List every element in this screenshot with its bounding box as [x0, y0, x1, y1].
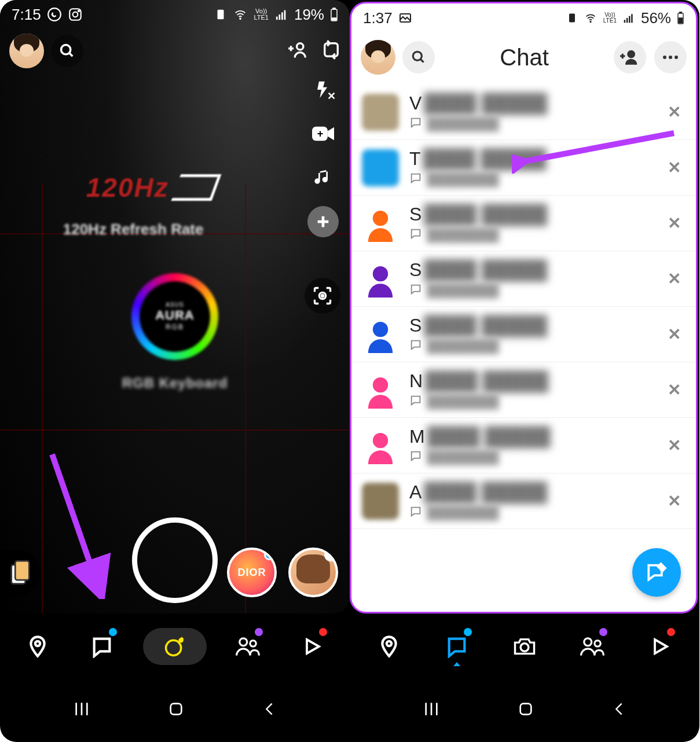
nav-chat[interactable] [434, 623, 480, 670]
add-friend-button[interactable] [288, 41, 309, 61]
dismiss-button[interactable]: ✕ [662, 156, 686, 179]
svg-point-46 [413, 52, 422, 60]
svg-point-30 [250, 641, 256, 647]
chat-subtitle-redacted: ████████ [427, 227, 499, 243]
svg-rect-66 [521, 704, 532, 715]
lens-dior[interactable]: DIOR [227, 548, 277, 597]
camera-subject-hz: 120Hz [86, 172, 169, 203]
chat-avatar [362, 94, 399, 131]
dismiss-button[interactable]: ✕ [662, 379, 686, 402]
profile-bitmoji[interactable] [361, 40, 395, 75]
dismiss-button[interactable]: ✕ [662, 490, 686, 513]
chat-name-redacted: ████ █████ [424, 482, 547, 503]
status-bar: 7:15 Vo))LTE1 19% [0, 0, 350, 29]
notification-dot [109, 628, 117, 636]
svg-point-56 [373, 321, 388, 336]
nav-map[interactable] [14, 623, 61, 670]
dismiss-button[interactable]: ✕ [662, 212, 686, 235]
notification-dot [255, 628, 263, 636]
chat-name-initial: V [409, 93, 422, 114]
more-tools-button[interactable] [307, 206, 339, 237]
android-recents[interactable] [72, 700, 91, 721]
profile-bitmoji[interactable] [9, 34, 44, 68]
wifi-icon [584, 12, 598, 24]
shutter-button[interactable] [132, 517, 218, 603]
chat-name-initial: T [409, 148, 421, 170]
svg-point-0 [48, 8, 61, 21]
battery-icon [677, 12, 684, 24]
chat-row[interactable]: T████ █████ ████████ ✕ [351, 140, 696, 196]
nav-camera[interactable] [501, 623, 548, 670]
dismiss-button[interactable]: ✕ [662, 267, 686, 291]
svg-point-62 [595, 641, 600, 647]
chat-subtitle-redacted: ████████ [427, 339, 499, 354]
svg-point-58 [373, 432, 388, 447]
svg-point-54 [373, 210, 388, 225]
chat-row[interactable]: S████ █████ ████████ ✕ [351, 196, 696, 251]
chat-name-initial: A [409, 482, 422, 503]
chat-row[interactable]: S████ █████ ████████ ✕ [351, 251, 696, 307]
volte-icon: Vo))LTE1 [603, 12, 617, 24]
dismiss-button[interactable]: ✕ [662, 323, 686, 346]
notification-dot [667, 628, 675, 636]
svg-rect-39 [624, 20, 626, 23]
music-button[interactable] [307, 162, 339, 193]
add-friend-button[interactable] [614, 41, 646, 74]
svg-point-48 [628, 51, 635, 57]
screenshot-icon [398, 11, 412, 25]
status-time: 7:15 [12, 6, 41, 24]
nav-map[interactable] [366, 623, 412, 670]
nav-spotlight[interactable] [289, 623, 335, 670]
signal-icon [274, 8, 288, 21]
chat-name-initial: M [409, 426, 425, 447]
chat-status-icon [409, 450, 422, 465]
search-button[interactable] [51, 35, 83, 67]
lens-cartoon[interactable]: ✦ [288, 548, 338, 597]
dismiss-button[interactable]: ✕ [662, 434, 686, 457]
nav-friends[interactable] [225, 623, 271, 670]
chat-status-icon [409, 283, 422, 298]
chat-row[interactable]: M████ █████ ████████ ✕ [351, 418, 696, 473]
volte-icon: Vo))LTE1 [254, 8, 268, 21]
svg-point-28 [179, 639, 182, 642]
svg-point-53 [675, 56, 678, 59]
svg-rect-44 [680, 12, 682, 13]
nav-spotlight[interactable] [637, 623, 683, 670]
more-button[interactable] [654, 41, 687, 74]
chat-name-initial: S [409, 259, 422, 281]
scan-button[interactable] [305, 278, 340, 314]
svg-point-13 [61, 45, 71, 54]
whatsapp-icon [47, 7, 62, 22]
android-back[interactable] [611, 701, 627, 719]
nav-camera[interactable] [143, 628, 207, 665]
chat-row[interactable]: N████ █████ ████████ ✕ [351, 362, 696, 418]
chat-list[interactable]: V████ █████ ████████ ✕ T████ █████ █████… [351, 85, 696, 612]
svg-point-15 [297, 43, 303, 50]
chat-subtitle-redacted: ████████ [427, 450, 499, 465]
chat-row[interactable]: V████ █████ ████████ ✕ [351, 85, 696, 140]
chat-subtitle-redacted: ████████ [427, 116, 499, 131]
nav-friends[interactable] [569, 623, 615, 670]
chat-status-icon [409, 394, 422, 409]
flip-camera-button[interactable] [322, 39, 340, 63]
svg-rect-7 [278, 14, 280, 20]
search-button[interactable] [402, 41, 435, 74]
instagram-icon [68, 7, 83, 22]
chat-row[interactable]: S████ █████ ████████ ✕ [351, 307, 696, 362]
dismiss-button[interactable]: ✕ [662, 101, 686, 124]
svg-rect-45 [679, 18, 682, 23]
video-plus-button[interactable]: + [307, 118, 339, 149]
chat-subtitle-redacted: ████████ [427, 394, 499, 409]
status-battery: 56% [641, 9, 671, 27]
new-chat-fab[interactable] [632, 548, 681, 597]
android-home[interactable] [167, 700, 185, 721]
svg-rect-40 [626, 18, 628, 23]
android-home[interactable] [516, 700, 535, 721]
android-back[interactable] [261, 701, 277, 719]
camera-subject-aura-ring: ASUS AURA RGB [131, 273, 218, 360]
android-recents[interactable] [422, 700, 441, 721]
nav-chat[interactable] [79, 623, 125, 670]
chat-name-redacted: ████ █████ [424, 204, 547, 225]
chat-row[interactable]: A████ █████ ████████ ✕ [351, 473, 696, 529]
flash-off-button[interactable]: ✕ [307, 74, 339, 105]
